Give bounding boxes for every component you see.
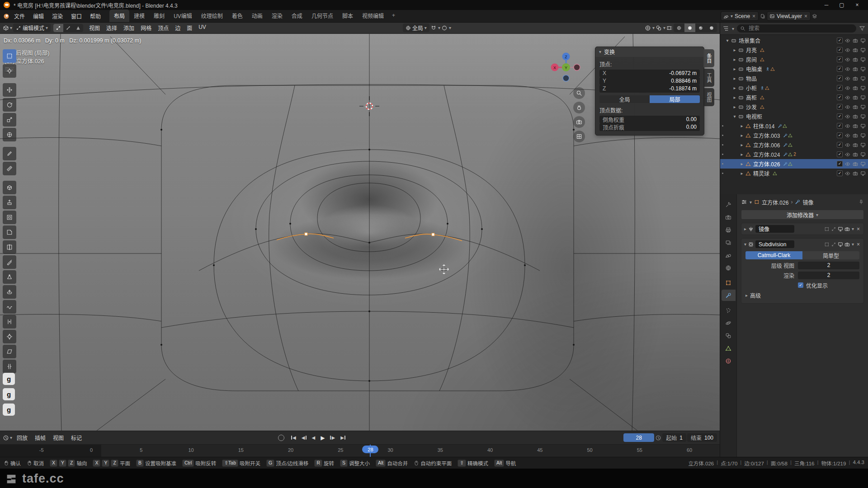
tool-spin[interactable] [3, 285, 16, 299]
outliner-row-2[interactable]: ▸房间✓ [720, 55, 868, 64]
chevron-right-icon[interactable]: ▸ [732, 104, 737, 109]
edge-select-button[interactable] [63, 24, 73, 32]
properties-tab-material[interactable] [722, 355, 736, 366]
menu-4[interactable]: 帮助 [86, 12, 105, 20]
proportional-edit-icon[interactable] [441, 25, 448, 31]
outliner-editor-icon[interactable] [723, 25, 729, 32]
properties-editor-icon[interactable] [741, 199, 747, 205]
properties-tab-view-layer[interactable] [722, 237, 736, 248]
local-button[interactable]: 局部 [650, 95, 700, 103]
vertex-data-field-0[interactable]: 倒角权重0.00 [599, 116, 700, 123]
exclude-checkbox[interactable]: ✓ [837, 75, 843, 81]
outliner-item-name[interactable]: 立方体.006 [753, 141, 780, 149]
outliner-row-1[interactable]: ▸月亮✓ [720, 45, 868, 55]
workspace-tab-11[interactable]: 视频编辑 [358, 9, 388, 22]
pan-button[interactable] [573, 102, 585, 113]
outliner-item-name[interactable]: 柱体.014 [753, 122, 774, 130]
tool-select-box[interactable] [3, 49, 16, 63]
new-scene-icon[interactable] [760, 14, 765, 19]
chevron-right-icon[interactable]: ▸ [740, 161, 744, 166]
exclude-checkbox[interactable]: ✓ [837, 104, 843, 110]
snap-controls[interactable]: ▾ [430, 25, 440, 31]
add-modifier-button[interactable]: 添加修改器▾ [741, 210, 864, 220]
exclude-checkbox[interactable]: ✓ [837, 56, 843, 62]
outliner-editor-chevron[interactable]: ▾ [732, 26, 734, 31]
scene-selector[interactable]: ▾ Scene × [721, 11, 759, 21]
outliner-item-name[interactable]: 精灵球 [753, 169, 769, 177]
gizmo-toggle[interactable]: ▾ [645, 25, 655, 31]
viewport-menu-0[interactable]: 视图 [86, 24, 103, 32]
exclude-checkbox[interactable]: ✓ [837, 161, 843, 167]
editor-type-icon[interactable] [3, 25, 9, 31]
chevron-right-icon[interactable]: ▸ [732, 95, 737, 100]
modifier-close-icon[interactable]: × [856, 226, 861, 232]
viewport-menu-1[interactable]: 选择 [103, 24, 120, 32]
snap-magnet-icon[interactable] [430, 25, 437, 31]
chevron-down-icon[interactable]: ▾ [744, 242, 746, 247]
viewport-menu-4[interactable]: 顶点 [155, 24, 172, 32]
ortho-toggle-button[interactable] [573, 131, 585, 142]
properties-tab-output[interactable] [722, 224, 736, 235]
tool-add-cube[interactable] [3, 181, 16, 194]
close-button[interactable]: × [850, 2, 864, 8]
realtime-toggle-icon[interactable] [838, 242, 843, 247]
menu-2[interactable]: 渲染 [48, 12, 67, 20]
blender-menu-icon[interactable] [3, 13, 10, 20]
timeline-editor-icon[interactable] [3, 435, 9, 441]
outliner-item-name[interactable]: 房间 [746, 56, 757, 63]
tool-rip-region[interactable] [3, 360, 16, 373]
exclude-checkbox[interactable]: ✓ [837, 151, 843, 157]
exclude-checkbox[interactable]: ✓ [837, 38, 843, 43]
timeline-menu-0[interactable]: 回放 [13, 434, 31, 441]
frame-end-field[interactable]: 结束100 [687, 433, 717, 442]
modifier-close-icon[interactable]: × [856, 241, 861, 248]
chevron-down-icon[interactable]: ▾ [732, 114, 737, 119]
outliner-item-name[interactable]: 小柜 [746, 84, 757, 92]
workspace-tab-9[interactable]: 几何节点 [307, 9, 338, 22]
outliner-row-14[interactable]: ▸精灵球✓ [720, 169, 868, 178]
outliner-item-name[interactable]: 场景集合 [739, 37, 760, 44]
chevron-right-icon[interactable]: ▸ [732, 57, 737, 62]
overlays-icon[interactable] [656, 25, 662, 31]
editor-type-chevron[interactable]: ▾ [10, 25, 12, 30]
xray-toggle-icon[interactable] [666, 25, 673, 31]
workspace-tab-2[interactable]: 雕刻 [149, 9, 169, 22]
outliner-row-8[interactable]: ▾电视柜✓ [720, 112, 868, 121]
tool-poly-build[interactable] [3, 270, 16, 284]
chevron-right-icon[interactable]: ▸ [740, 123, 744, 128]
chevron-right-icon[interactable]: ▸ [740, 171, 744, 176]
viewport-menu-6[interactable]: 面 [184, 24, 195, 32]
workspace-tab-7[interactable]: 渲染 [267, 9, 287, 22]
workspace-tab-5[interactable]: 着色 [227, 9, 247, 22]
chevron-right-icon[interactable]: ▸ [732, 66, 737, 71]
breadcrumb-modifier[interactable]: 镜像 [802, 198, 813, 206]
chevron-right-icon[interactable]: ▸ [732, 76, 737, 81]
exclude-checkbox[interactable]: ✓ [837, 142, 843, 148]
outliner-item-name[interactable]: 物品 [746, 75, 757, 82]
gizmo-y-label[interactable]: Y [565, 65, 567, 70]
global-button[interactable]: 全局 [599, 95, 650, 103]
chevron-right-icon[interactable]: ▸ [744, 226, 746, 231]
gizmo-x-label[interactable]: X [553, 65, 556, 70]
properties-tab-modifiers[interactable] [722, 290, 736, 301]
auto-key-button[interactable] [278, 435, 284, 441]
zoom-button[interactable] [573, 87, 585, 99]
properties-tab-render[interactable] [722, 211, 736, 223]
on-cage-toggle-icon[interactable] [824, 226, 830, 232]
modifier-extras-icon[interactable]: ▾ [852, 226, 854, 231]
outliner-row-4[interactable]: ▸物品✓ [720, 74, 868, 83]
maximize-button[interactable]: ▢ [835, 2, 849, 8]
properties-tab-constraints[interactable] [722, 330, 736, 341]
tool-scale[interactable] [3, 113, 16, 127]
tool-smooth[interactable] [3, 300, 16, 314]
menu-3[interactable]: 窗口 [67, 12, 86, 20]
next-keyframe-button[interactable]: ▶ [328, 435, 337, 440]
outliner-row-6[interactable]: ▸高柜✓ [720, 93, 868, 102]
exclude-checkbox[interactable]: ✓ [837, 113, 843, 119]
tool-edge-slide[interactable] [3, 315, 16, 328]
shading-wireframe-button[interactable] [674, 23, 684, 32]
chevron-right-icon[interactable]: ▸ [745, 293, 748, 298]
orientation-dropdown[interactable]: 全局▾ [403, 23, 429, 32]
outliner-item-name[interactable]: 月亮 [746, 46, 757, 54]
workspace-tab-0[interactable]: 布局 [109, 9, 129, 22]
